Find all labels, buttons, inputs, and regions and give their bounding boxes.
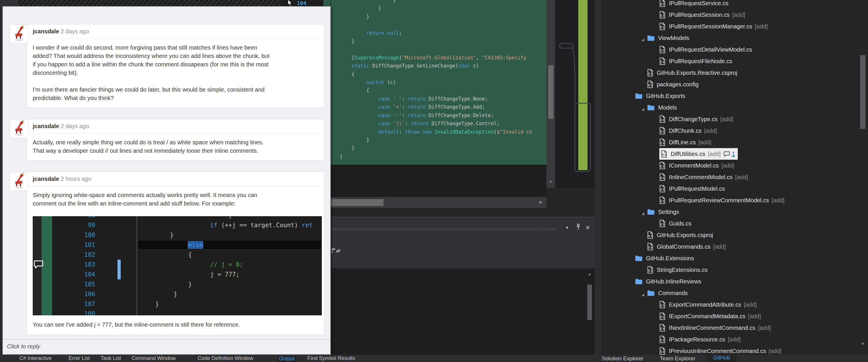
item-label[interactable]: GitHub.Exports.csproj <box>657 232 713 239</box>
item-label[interactable]: IPullRequestSession.cs <box>669 11 730 18</box>
editor-horizontal-scrollbar[interactable]: ▶ <box>330 197 547 208</box>
tree-item-ipullrequestsessionmanager-cs[interactable]: IPullRequestSessionManager.cs[add] <box>601 21 868 32</box>
item-label[interactable]: IPullRequestFileNode.cs <box>669 58 732 65</box>
tree-item-diffline-cs[interactable]: DiffLine.cs[add] <box>601 137 868 148</box>
tree-item-github-extensions[interactable]: GitHub.Extensions <box>601 252 868 264</box>
comment-count[interactable]: 1 <box>732 151 735 157</box>
tab-github[interactable]: GitHub <box>706 353 737 362</box>
expander-icon[interactable] <box>641 108 645 111</box>
item-label[interactable]: DiffChunk.cs <box>669 128 702 134</box>
tree-item-ipullrequestmodel-cs[interactable]: IPullRequestModel.cs <box>601 183 868 194</box>
item-label[interactable]: GitHub.Extensions <box>646 255 694 262</box>
window-position-dropdown-icon[interactable]: ▼ <box>565 225 569 230</box>
item-label[interactable]: IExportCommandMetadata.cs <box>669 313 746 320</box>
item-label[interactable]: Settings <box>658 209 679 215</box>
scroll-down-arrow-icon[interactable]: ▼ <box>547 180 555 184</box>
item-label[interactable]: IInlineCommentModel.cs <box>669 174 733 180</box>
reply-row[interactable]: Click to reply <box>3 339 330 354</box>
item-label[interactable]: IPackageResource.cs <box>669 336 725 343</box>
expander-icon[interactable] <box>641 293 645 297</box>
item-label[interactable]: IPullRequestDetailViewModel.cs <box>669 46 752 53</box>
scrollbar-map-margin[interactable] <box>555 0 595 188</box>
tab-c-interactive[interactable]: C# Interactive <box>20 355 52 361</box>
item-label[interactable]: StringExtensions.cs <box>657 267 708 273</box>
tree-item-ipullrequestdetailviewmodel-cs[interactable]: IPullRequestDetailViewModel.cs <box>601 44 868 55</box>
comment-author[interactable]: jcansdale <box>33 28 59 34</box>
tree-item-diffchunk-cs[interactable]: DiffChunk.cs[add] <box>601 125 868 137</box>
item-label[interactable]: ViewModels <box>658 35 689 41</box>
output-window-content[interactable]: ▲ <box>330 269 595 355</box>
tree-item-packages-config[interactable]: packages.config <box>601 79 868 90</box>
close-icon[interactable]: ✕ <box>586 224 590 231</box>
tree-item-diffchangetype-cs[interactable]: DiffChangeType.cs[add] <box>601 113 868 125</box>
tree-item-ipullrequestservice-cs[interactable]: IPullRequestService.cs <box>601 0 868 9</box>
tree-item-ipullrequestreviewcommentmodel-cs[interactable]: IPullRequestReviewCommentModel.cs[add] <box>601 194 868 206</box>
tree-item-globalcommands-cs[interactable]: GlobalCommands.cs[add] <box>601 241 868 252</box>
panel-splitter[interactable] <box>595 0 601 355</box>
scrollbar-thumb[interactable] <box>548 65 553 119</box>
item-label[interactable]: Commands <box>658 290 688 297</box>
scroll-down-arrow-icon[interactable]: ▼ <box>859 341 867 346</box>
expander-icon[interactable] <box>641 38 645 41</box>
item-label[interactable]: DiffUtilities.cs <box>671 151 705 157</box>
comment-author[interactable]: jcansdale <box>33 123 59 129</box>
item-label[interactable]: GlobalCommands.cs <box>657 244 711 250</box>
tab-team-explorer[interactable]: Team Explorer <box>660 355 695 362</box>
tree-item-ipullrequestfilenode-cs[interactable]: IPullRequestFileNode.cs <box>601 55 868 67</box>
tree-item-exportcommandattribute-cs[interactable]: ExportCommandAttribute.cs[add] <box>601 299 868 310</box>
item-label[interactable]: DiffChangeType.cs <box>669 116 718 122</box>
tree-item-models[interactable]: Models <box>601 102 868 113</box>
scroll-up-arrow-icon[interactable]: ▲ <box>587 272 592 276</box>
item-label[interactable]: ICommentModel.cs <box>669 162 719 169</box>
tab-code-definition-window[interactable]: Code Definition Window <box>198 355 253 361</box>
item-label[interactable]: Models <box>658 104 677 111</box>
tab-error-list[interactable]: Error List <box>69 355 90 361</box>
item-label[interactable]: GitHub.Exports.Reactive.csproj <box>657 69 737 76</box>
item-label[interactable]: ExportCommandAttribute.cs <box>669 301 741 308</box>
tree-item-github-exports[interactable]: GitHub.Exports <box>601 90 868 102</box>
item-label[interactable]: INextInlineCommentCommand.cs <box>669 325 755 331</box>
editor-vertical-scrollbar[interactable]: ▼ <box>547 0 555 188</box>
item-label[interactable]: Guids.cs <box>669 220 691 227</box>
item-label[interactable]: packages.config <box>657 81 699 88</box>
item-label[interactable]: IPullRequestReviewCommentModel.cs <box>669 197 769 204</box>
tree-item-ipackageresource-cs[interactable]: IPackageResource.cs[add] <box>601 334 868 345</box>
item-label[interactable]: IPullRequestSessionManager.cs <box>669 23 752 30</box>
tab-task-list[interactable]: Task List <box>101 355 121 361</box>
tree-item-github-inlinereviews[interactable]: GitHub.InlineReviews <box>601 276 868 287</box>
comment-author[interactable]: jcansdale <box>33 176 59 182</box>
tree-item-diffutilities-cs[interactable]: DiffUtilities.cs[add] 1 <box>601 148 868 160</box>
code-editor[interactable]: } } } return null; } [SuppressMessage("M… <box>331 0 547 165</box>
tab-command-window[interactable]: Command Window <box>132 355 176 361</box>
scrollbar-thumb[interactable] <box>587 285 592 320</box>
tab-find-symbol-results[interactable]: Find Symbol Results <box>307 355 355 361</box>
item-label[interactable]: GitHub.Exports <box>646 93 685 100</box>
scrollbar-thumb[interactable] <box>331 199 383 206</box>
comment-count-badge[interactable]: 1 <box>723 151 735 157</box>
tree-item-settings[interactable]: Settings <box>601 206 868 218</box>
tree-item-viewmodels[interactable]: ViewModels <box>601 32 868 44</box>
reply-hint[interactable]: Click to reply <box>7 343 40 350</box>
tab-solution-explorer[interactable]: Solution Explorer <box>602 355 644 362</box>
avatar[interactable] <box>10 25 28 43</box>
item-label[interactable]: DiffLine.cs <box>669 139 696 146</box>
avatar[interactable] <box>10 172 28 191</box>
tree-item-ipullrequestsession-cs[interactable]: IPullRequestSession.cs[add] <box>601 9 868 21</box>
avatar[interactable] <box>10 119 28 138</box>
tree-item-github-exports-reactive-csproj[interactable]: GitHub.Exports.Reactive.csproj <box>601 67 868 79</box>
word-wrap-icon[interactable]: abc⏎ <box>332 248 341 256</box>
item-label[interactable]: GitHub.InlineReviews <box>646 278 701 285</box>
expander-icon[interactable] <box>641 212 645 215</box>
tree-item-github-exports-csproj[interactable]: GitHub.Exports.csproj <box>601 229 868 241</box>
tree-item-commands[interactable]: Commands <box>601 287 868 299</box>
tree-item-stringextensions-cs[interactable]: StringExtensions.cs <box>601 264 868 276</box>
tree-item-icommentmodel-cs[interactable]: ICommentModel.cs[add] <box>601 160 868 171</box>
tree-item-inextinlinecommentcommand-cs[interactable]: INextInlineCommentCommand.cs[add] <box>601 322 868 334</box>
tree-item-guids-cs[interactable]: Guids.cs <box>601 218 868 229</box>
tab-output[interactable]: Output <box>276 355 297 362</box>
tree-item-iexportcommandmetadata-cs[interactable]: IExportCommandMetadata.cs[add] <box>601 310 868 322</box>
tree-item-iinlinecommentmodel-cs[interactable]: IInlineCommentModel.cs[add] <box>601 171 868 183</box>
scroll-right-arrow-icon[interactable]: ▶ <box>539 200 542 204</box>
pin-icon[interactable] <box>576 224 581 231</box>
solution-explorer-scrollbar-thumb[interactable] <box>860 55 865 129</box>
